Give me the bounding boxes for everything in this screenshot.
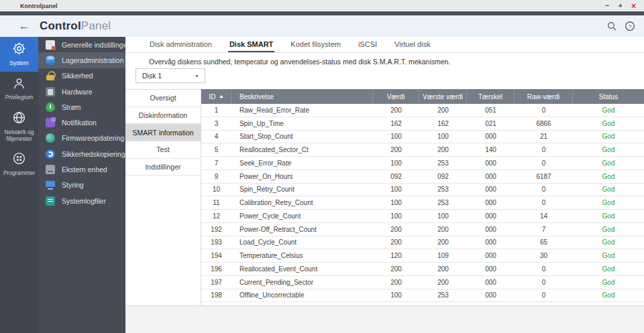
function-sidebar: Generelle indstillingerLageradministrati…: [38, 37, 125, 333]
status-badge: God: [573, 239, 644, 246]
column-header-beskrivelse[interactable]: Beskrivelse: [231, 89, 373, 104]
table-row[interactable]: 5Reallocated_Sector_Ct2002001400God: [201, 143, 644, 157]
rail-item-programmer[interactable]: Programmer: [0, 147, 38, 182]
column-header-id[interactable]: ID: [201, 89, 231, 104]
table-cell: Calibration_Retry_Count: [231, 199, 373, 206]
page-title: ControlPanel: [40, 19, 111, 33]
submenu-item-test[interactable]: Test: [125, 141, 201, 159]
table-cell: 192: [201, 226, 231, 233]
table-cell: 162: [373, 120, 419, 127]
smart-description: Overvåg diskens sundhed, temperatur og a…: [149, 58, 450, 66]
table-cell: Start_Stop_Count: [231, 133, 373, 140]
rail-item-netv-rk-og-filtjenester[interactable]: Netværk og filtjenester: [0, 106, 38, 147]
table-row[interactable]: 193Load_Cycle_Count20020000065God: [201, 237, 644, 250]
disk-select-value: Disk 1: [142, 72, 162, 80]
rail-item-privilegium[interactable]: Privilegium: [0, 72, 38, 107]
submenu-item-indstillinger[interactable]: Indstillinger: [125, 159, 201, 176]
help-icon[interactable]: ?: [625, 21, 635, 31]
table-row[interactable]: 3Spin_Up_Time1621620216866God: [201, 117, 644, 131]
maximize-icon[interactable]: +: [619, 2, 623, 9]
table-cell: 100: [419, 212, 467, 220]
table-cell: 162: [419, 120, 467, 127]
table-cell: Power_On_Hours: [231, 173, 373, 180]
sidebar-item-generelle-indstillinger[interactable]: Generelle indstillinger: [38, 37, 125, 52]
sidebar-item-systemlogfiler[interactable]: Systemlogfiler: [38, 193, 125, 208]
table-cell: 7: [201, 159, 231, 167]
disk-select-dropdown[interactable]: Disk 1 ▼: [136, 68, 205, 83]
table-row[interactable]: 192Power-Off_Retract_Count2002000007God: [201, 223, 644, 237]
tab-disk-administration[interactable]: Disk administration: [148, 37, 213, 52]
table-cell: 000: [467, 265, 515, 273]
table-cell: Power_Cycle_Count: [231, 212, 373, 220]
submenu-item-oversigt[interactable]: Oversigt: [125, 90, 201, 107]
status-badge: God: [573, 120, 644, 127]
sidebar-item-ekstern-enhed[interactable]: Ekstern enhed: [38, 161, 125, 177]
storage-icon: [46, 56, 55, 65]
column-header-v-rste-v-rdi[interactable]: Værste værdi: [419, 89, 467, 104]
minimize-icon[interactable]: −: [605, 2, 609, 9]
table-row[interactable]: 4Start_Stop_Count10010000021God: [201, 131, 644, 144]
table-cell: 200: [373, 107, 419, 114]
table-row[interactable]: 196Reallocated_Event_Count2002000000God: [201, 263, 644, 276]
table-cell: 0: [515, 159, 573, 167]
table-cell: Temperature_Celsius: [231, 252, 373, 259]
column-header-v-rdi[interactable]: Værdi: [373, 89, 419, 104]
table-cell: 200: [373, 279, 419, 286]
sidebar-item-firmwareopdatering[interactable]: Firmwareopdatering: [38, 131, 125, 146]
sidebar-item-label: Firmwareopdatering: [62, 134, 124, 142]
submenu-item-smart-information[interactable]: SMART information: [125, 124, 201, 141]
hardware-icon: [46, 87, 55, 96]
sidebar-item-sikkerhed[interactable]: Sikkerhed: [38, 68, 125, 84]
column-header-raw-v-rdi[interactable]: Raw-værdi: [515, 89, 573, 104]
table-row[interactable]: 12Power_Cycle_Count10010000014God: [201, 210, 644, 223]
table-cell: 10: [201, 186, 231, 193]
tab-kodet-filsystem[interactable]: Kodet filsystem: [289, 37, 342, 52]
sidebar-item-styring[interactable]: Styring: [38, 178, 125, 193]
table-cell: 200: [419, 279, 467, 286]
table-row[interactable]: 7Seek_Error_Rate1002530000God: [201, 157, 644, 170]
sidebar-item-hardware[interactable]: Hardware: [38, 84, 125, 99]
tab-virtuel-disk[interactable]: Virtuel disk: [393, 37, 432, 52]
table-cell: 000: [467, 212, 515, 220]
table-row[interactable]: 11Calibration_Retry_Count1002530000God: [201, 196, 644, 210]
tab-bar: Disk administrationDisk SMARTKodet filsy…: [125, 37, 644, 53]
table-row[interactable]: 1Raw_Read_Error_Rate2002000510God: [201, 104, 644, 117]
table-cell: 253: [419, 186, 467, 193]
sidebar-item-label: Hardware: [62, 88, 93, 96]
table-cell: 253: [419, 291, 467, 299]
smart-attribute-table: IDBeskrivelseVærdiVærste værdiTærskelRaw…: [201, 89, 644, 306]
close-icon[interactable]: ×: [631, 2, 636, 10]
table-cell: 200: [373, 146, 419, 153]
table-row[interactable]: 10Spin_Retry_Count1002530000God: [201, 184, 644, 197]
table-row[interactable]: 197Current_Pending_Sector2002000000God: [201, 276, 644, 289]
sidebar-item-label: Systemlogfiler: [62, 197, 106, 205]
status-badge: God: [573, 252, 644, 259]
table-cell: 051: [467, 107, 515, 114]
page-title-light: Panel: [81, 19, 111, 32]
apps-icon: [12, 151, 26, 170]
table-row[interactable]: 9Power_On_Hours0920920006187God: [201, 170, 644, 184]
submenu-item-diskinformation[interactable]: Diskinformation: [125, 107, 201, 125]
sidebar-item-notifikation[interactable]: Notifikation: [38, 115, 125, 130]
column-header-t-rskel[interactable]: Tærskel: [467, 89, 515, 104]
status-badge: God: [573, 279, 644, 286]
sidebar-item-label: Strøm: [62, 103, 81, 111]
tab-disk-smart[interactable]: Disk SMART: [228, 37, 274, 52]
table-cell: 100: [373, 186, 419, 193]
back-arrow-icon[interactable]: ←: [19, 21, 30, 31]
table-row[interactable]: 198Offline_Uncorrectable1002530000God: [201, 289, 644, 303]
column-header-status[interactable]: Status: [573, 89, 644, 104]
window-title: Kontrolpanel: [20, 3, 58, 9]
sidebar-item-sikkerhedskopiering-gen[interactable]: Sikkerhedskopiering/Gen...: [38, 146, 125, 161]
table-cell: 100: [373, 212, 419, 220]
rail-item-system[interactable]: System: [0, 37, 38, 72]
external-device-icon: [46, 165, 55, 174]
table-cell: 092: [373, 173, 419, 180]
sidebar-item-lageradministration[interactable]: Lageradministration: [38, 52, 125, 68]
tab-iscsi[interactable]: iSCSI: [357, 37, 378, 52]
sidebar-item-str-m[interactable]: Strøm: [38, 99, 125, 115]
table-cell: 200: [373, 226, 419, 233]
table-cell: Offline_Uncorrectable: [231, 291, 373, 299]
table-row[interactable]: 194Temperature_Celsius12010900030God: [201, 249, 644, 263]
search-icon[interactable]: [606, 21, 617, 31]
